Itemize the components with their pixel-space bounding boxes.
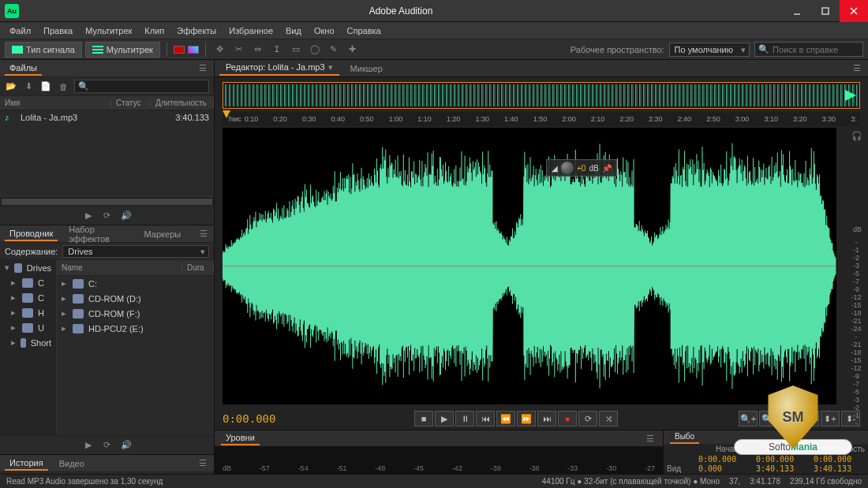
open-file-icon[interactable]: 📂 xyxy=(5,80,17,93)
col-name[interactable]: Имя xyxy=(0,99,111,107)
files-search-input[interactable] xyxy=(92,82,205,91)
tree-item[interactable]: ▸U xyxy=(0,320,56,335)
markers-tab[interactable]: Маркеры xyxy=(140,228,186,240)
files-search[interactable]: 🔍 xyxy=(74,80,209,93)
mixer-tab[interactable]: Микшер xyxy=(344,62,389,75)
lasso-tool-icon[interactable]: ◯ xyxy=(307,42,323,58)
zoom-in-icon[interactable]: 🔍+ xyxy=(739,411,758,427)
autoplay-icon[interactable]: 🔊 xyxy=(120,210,133,222)
panel-menu-icon[interactable]: ☰ xyxy=(196,62,209,75)
content-select[interactable]: Drives xyxy=(62,245,209,258)
panel-menu-icon[interactable]: ☰ xyxy=(644,432,657,445)
drive-row[interactable]: ▸C: xyxy=(57,276,214,291)
play-icon[interactable]: ▶ xyxy=(82,210,95,222)
view-dur[interactable]: 3:40.133 xyxy=(810,464,868,473)
help-search-input[interactable] xyxy=(773,45,859,54)
col-duration[interactable]: Длительность xyxy=(151,99,214,107)
menu-file[interactable]: Файл xyxy=(3,24,37,38)
workspace-select[interactable]: По умолчанию xyxy=(669,43,750,57)
loop-button[interactable]: ⟳ xyxy=(578,411,597,427)
menu-view[interactable]: Вид xyxy=(279,24,308,38)
view-end[interactable]: 3:40.133 xyxy=(753,464,810,473)
go-start-button[interactable]: ⏮ xyxy=(476,411,495,427)
sel-dur[interactable]: 0:00.000 xyxy=(810,455,868,464)
menu-edit[interactable]: Правка xyxy=(37,24,79,38)
slip-tool-icon[interactable]: ⇔ xyxy=(250,42,266,58)
col-name[interactable]: Name xyxy=(57,263,182,272)
move-tool-icon[interactable]: ✥ xyxy=(212,42,228,58)
import-icon[interactable]: 📄 xyxy=(39,80,52,93)
timeline-ruler[interactable]: hмс 0:100:200:300:400:501:001:101:201:30… xyxy=(223,112,860,126)
history-tab[interactable]: История xyxy=(5,456,48,471)
tree-item[interactable]: ▸C xyxy=(0,290,56,305)
tree-item[interactable]: ▸Short xyxy=(0,335,56,350)
menu-help[interactable]: Справка xyxy=(341,24,387,38)
multitrack-mode-button[interactable]: Мультитрек xyxy=(85,42,160,58)
razor-tool-icon[interactable]: ✂ xyxy=(231,42,247,58)
drive-row[interactable]: ▸CD-ROM (F:) xyxy=(57,306,214,321)
tree-root[interactable]: ▾Drives xyxy=(0,260,56,275)
waveform-display[interactable]: ◢ +0 dB 📌 xyxy=(223,128,836,404)
autoplay-icon[interactable]: 🔊 xyxy=(120,439,133,452)
record-file-icon[interactable]: ⬇ xyxy=(22,80,35,93)
gain-knob-icon[interactable] xyxy=(561,162,574,174)
zoom-full-icon[interactable]: ⊡ xyxy=(780,411,799,427)
menu-multitrack[interactable]: Мультитрек xyxy=(79,24,138,38)
pin-icon[interactable]: 📌 xyxy=(602,164,612,173)
close-button[interactable] xyxy=(840,0,868,22)
trash-icon[interactable]: 🗑 xyxy=(57,80,69,93)
heal-tool-icon[interactable]: ✚ xyxy=(345,42,361,58)
brush-tool-icon[interactable]: ✎ xyxy=(326,42,342,58)
levels-tab[interactable]: Уровни xyxy=(221,431,260,445)
pause-button[interactable]: ⏸ xyxy=(455,411,474,427)
chevron-down-icon[interactable]: ▾ xyxy=(328,62,333,72)
play-icon[interactable]: ▶ xyxy=(82,439,95,452)
go-end-button[interactable]: ⏭ xyxy=(537,411,556,427)
color-swatch-red[interactable] xyxy=(174,46,185,54)
rewind-button[interactable]: ⏪ xyxy=(496,411,515,427)
files-tab[interactable]: Файлы xyxy=(5,61,42,76)
timecode-display[interactable]: 0:00.000 xyxy=(223,412,294,425)
file-row[interactable]: ♪ Lolita - Ja.mp3 3:40.133 xyxy=(0,110,214,125)
col-status[interactable]: Статус xyxy=(111,99,151,107)
headphones-icon[interactable]: 🎧 xyxy=(851,129,863,142)
panel-menu-icon[interactable]: ☰ xyxy=(198,228,209,240)
maximize-button[interactable] xyxy=(811,0,840,22)
sel-start[interactable]: 0:00.000 xyxy=(695,455,753,464)
panel-menu-icon[interactable]: ☰ xyxy=(851,62,863,75)
video-tab[interactable]: Видео xyxy=(54,457,89,470)
col-dur[interactable]: Dura xyxy=(182,263,214,272)
menu-window[interactable]: Окно xyxy=(308,24,341,38)
tree-item[interactable]: ▸H xyxy=(0,305,56,320)
loop-icon[interactable]: ⟳ xyxy=(101,439,114,452)
selection-tab[interactable]: Выбо xyxy=(670,430,699,444)
menu-clip[interactable]: Клип xyxy=(138,24,170,38)
tree-item[interactable]: ▸C xyxy=(0,275,56,290)
zoom-sel-icon[interactable]: ⊞ xyxy=(800,411,819,427)
play-button[interactable]: ▶ xyxy=(435,411,454,427)
record-button[interactable]: ● xyxy=(558,411,577,427)
skip-selection-button[interactable]: ⤭ xyxy=(599,411,618,427)
menu-favorites[interactable]: Избранное xyxy=(223,24,279,38)
minimize-button[interactable] xyxy=(783,0,811,22)
loop-icon[interactable]: ⟳ xyxy=(101,210,114,222)
files-hscroll[interactable] xyxy=(0,196,214,206)
editor-tab[interactable]: Редактор: Lolita - Ja.mp3▾ xyxy=(219,61,339,76)
view-start[interactable]: 0.000 xyxy=(695,464,753,473)
forward-button[interactable]: ⏩ xyxy=(517,411,536,427)
marquee-tool-icon[interactable]: ▭ xyxy=(288,42,304,58)
drive-row[interactable]: ▸CD-ROM (D:) xyxy=(57,291,214,306)
panel-menu-icon[interactable]: ☰ xyxy=(196,457,209,470)
zoom-in-v-icon[interactable]: ⬍+ xyxy=(821,411,840,427)
color-swatch-spectral[interactable] xyxy=(188,46,199,54)
volume-hud[interactable]: ◢ +0 dB 📌 xyxy=(546,159,617,177)
menu-effects[interactable]: Эффекты xyxy=(170,24,223,38)
effects-rack-tab[interactable]: Набор эффектов xyxy=(64,223,133,245)
zoom-out-icon[interactable]: 🔍- xyxy=(759,411,778,427)
levels-meter[interactable]: dB-57-54-51-48-45-42-39-36-33-30-27 xyxy=(215,446,663,474)
help-search[interactable]: 🔍 xyxy=(754,42,863,57)
sel-end[interactable]: 0:00.000 xyxy=(753,455,810,464)
drive-row[interactable]: ▸HD-PCU2 (E:) xyxy=(57,321,214,336)
time-select-tool-icon[interactable]: 𝙸 xyxy=(269,42,285,58)
stop-button[interactable]: ■ xyxy=(414,411,433,427)
